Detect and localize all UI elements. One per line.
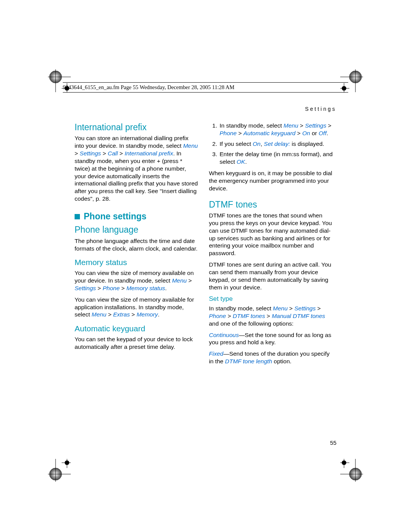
menu-path: Manual DTMF tones	[272, 313, 325, 319]
menu-path: DTMF tones	[233, 313, 265, 319]
text: .	[158, 311, 159, 318]
menu-path: Phone	[220, 130, 237, 136]
crop-mark-br	[340, 459, 363, 482]
heading-international-prefix: International prefix	[75, 122, 199, 133]
text: >	[315, 305, 320, 312]
menu-path: Extras	[113, 311, 130, 318]
section-phone-settings: Phone settings	[75, 211, 199, 222]
list-item: Enter the delay time (in mm:ss format), …	[219, 150, 333, 166]
menu-path: Settings	[75, 285, 96, 291]
body-content: International prefix You can store an in…	[75, 122, 333, 365]
text: In standby mode, select	[220, 122, 284, 129]
text: >	[226, 313, 233, 319]
text: >	[101, 150, 108, 157]
option-name: Continuous	[209, 332, 239, 338]
para: You can view the size of memory availabl…	[75, 296, 199, 318]
para: When keyguard is on, it may be possible …	[209, 169, 333, 192]
para: Continuous—Set the tone sound for as lon…	[209, 331, 333, 347]
text: .	[165, 285, 167, 291]
text: >	[237, 130, 244, 136]
menu-path: Set delay:	[264, 141, 290, 147]
heading-dtmf-tones: DTMF tones	[209, 199, 333, 210]
menu-path: Phone	[209, 313, 226, 319]
menu-path: International prefix	[124, 150, 173, 157]
text: or	[310, 130, 319, 136]
menu-path: Settings	[80, 150, 101, 157]
crop-mark-bl	[48, 459, 71, 482]
running-header: Settings	[305, 106, 336, 112]
text: If you select	[220, 141, 253, 147]
text: >	[288, 305, 295, 312]
print-header: 9243644_6155_en_au.fm Page 55 Wednesday,…	[63, 82, 348, 93]
para: In standby mode, select Menu > Settings …	[209, 305, 333, 327]
text: >	[120, 285, 127, 291]
text: .	[245, 158, 247, 165]
menu-path: On	[253, 141, 261, 147]
menu-path: Settings	[305, 122, 326, 129]
menu-path: Automatic keyguard	[244, 130, 296, 136]
text: . In standby mode, when you enter + (pre…	[75, 150, 198, 202]
text: >	[75, 150, 80, 157]
section-title-text: Phone settings	[84, 211, 147, 221]
text: and one of the following options:	[209, 320, 293, 327]
para: You can store an international dialling …	[75, 134, 199, 202]
list-item: In standby mode, select Menu > Settings …	[219, 122, 333, 137]
text: >	[130, 311, 137, 318]
menu-path: Menu	[284, 122, 298, 129]
para: You can view the size of memory availabl…	[75, 269, 199, 292]
text: >	[96, 285, 103, 291]
menu-path: Memory	[137, 311, 158, 318]
text: >	[298, 122, 305, 129]
text: .	[327, 130, 328, 136]
text: >	[326, 122, 331, 129]
text: >	[107, 311, 113, 318]
list-item: If you select On, Set delay: is displaye…	[219, 140, 333, 148]
heading-phone-language: Phone language	[75, 224, 199, 235]
para: The phone language affects the time and …	[75, 237, 199, 252]
option-name: DTMF tone length	[225, 358, 272, 364]
menu-path: Phone	[103, 285, 120, 291]
menu-path: Menu	[172, 277, 187, 284]
square-bullet-icon	[75, 214, 80, 219]
text: You can store an international dialling …	[75, 135, 188, 149]
text: >	[118, 150, 125, 157]
heading-set-type: Set type	[209, 295, 333, 303]
menu-path: On	[302, 130, 310, 136]
menu-path: Call	[108, 150, 118, 157]
text: In standby mode, select	[209, 305, 273, 312]
menu-path: Settings	[294, 305, 315, 312]
menu-path: Menu	[273, 305, 288, 312]
text: >	[187, 277, 192, 284]
menu-path: Menu	[183, 142, 198, 149]
menu-path: Memory status	[126, 285, 165, 291]
para: You can set the keypad of your device to…	[75, 335, 199, 351]
menu-path: Menu	[92, 311, 107, 318]
menu-path: Off	[319, 130, 327, 136]
heading-automatic-keyguard: Automatic keyguard	[75, 324, 199, 334]
menu-path: OK	[237, 158, 245, 165]
para: Fixed—Send tones of the duration you spe…	[209, 350, 333, 365]
option-name: Fixed	[209, 350, 223, 357]
text: >	[296, 130, 303, 136]
para: DTMF tones are the tones that sound when…	[209, 212, 333, 257]
text: option.	[272, 358, 292, 364]
heading-memory-status: Memory status	[75, 257, 199, 268]
ordered-list: In standby mode, select Menu > Settings …	[209, 122, 333, 166]
text: is displayed.	[290, 141, 324, 147]
page-number: 55	[330, 439, 336, 446]
text: >	[265, 313, 272, 319]
para: DTMF tones are sent during an active cal…	[209, 261, 333, 291]
